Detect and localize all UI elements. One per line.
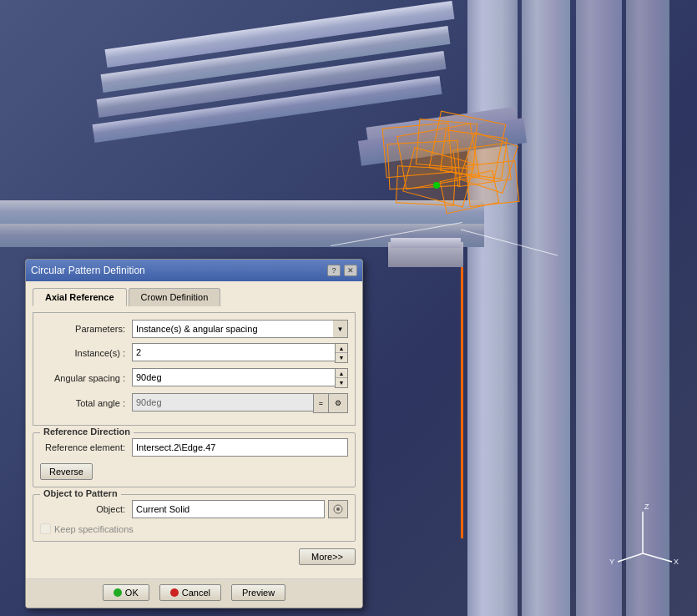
object-label: Object:	[40, 504, 132, 514]
tab-content-axial: Parameters: Instance(s) & angular spacin…	[33, 312, 356, 426]
total-angle-input-wrapper: = ⚙	[132, 393, 348, 413]
cancel-icon	[170, 588, 179, 597]
ok-button[interactable]: OK	[103, 584, 149, 601]
ok-label: OK	[125, 588, 139, 598]
parameters-label: Parameters:	[40, 324, 132, 334]
svg-text:Y: Y	[609, 558, 614, 566]
tab-crown-definition[interactable]: Crown Definition	[129, 288, 221, 306]
object-input[interactable]	[132, 500, 325, 518]
more-button[interactable]: More>>	[299, 548, 356, 565]
angular-spacing-increment[interactable]: ▲	[336, 369, 347, 378]
svg-line-2	[643, 553, 672, 562]
instances-spinner: ▲ ▼	[335, 343, 348, 363]
preview-label: Preview	[242, 588, 275, 598]
angular-spacing-input[interactable]	[132, 368, 335, 386]
tab-bar: Axial Reference Crown Definition	[33, 288, 356, 306]
reference-direction-label: Reference Direction	[40, 427, 134, 437]
svg-text:Z: Z	[644, 502, 649, 511]
angular-spacing-label: Angular spacing :	[40, 373, 132, 383]
compass-widget: Z X Y	[605, 499, 680, 574]
angular-spacing-decrement[interactable]: ▼	[336, 378, 347, 387]
instances-label: Instance(s) :	[40, 348, 132, 358]
dialog-content: Axial Reference Crown Definition Paramet…	[26, 281, 362, 578]
svg-text:X: X	[674, 558, 679, 566]
tab-axial-reference[interactable]: Axial Reference	[33, 288, 127, 306]
total-angle-input	[132, 393, 313, 412]
angular-spacing-input-wrapper: ▲ ▼	[132, 368, 348, 388]
total-angle-row: Total angle : = ⚙	[40, 393, 348, 413]
reference-element-input[interactable]	[132, 438, 348, 457]
instances-increment[interactable]: ▲	[336, 344, 347, 353]
cancel-label: Cancel	[182, 588, 210, 598]
select-icon	[332, 503, 344, 515]
cancel-button[interactable]: Cancel	[159, 584, 221, 601]
total-angle-label: Total angle :	[40, 398, 132, 408]
dialog-title: Circular Pattern Definition	[31, 265, 145, 276]
more-row: More>>	[33, 548, 356, 565]
object-input-wrapper	[132, 500, 348, 518]
parameters-row: Parameters: Instance(s) & angular spacin…	[40, 320, 348, 338]
angular-spacing-row: Angular spacing : ▲ ▼	[40, 368, 348, 388]
keep-specifications-row: Keep specifications	[40, 523, 348, 534]
svg-point-7	[336, 507, 340, 511]
instances-input[interactable]	[132, 343, 335, 361]
object-to-pattern-label: Object to Pattern	[40, 488, 121, 498]
dialog-close-button[interactable]: ✕	[344, 265, 357, 276]
total-angle-formula-btn[interactable]: =	[314, 394, 329, 412]
keep-specifications-checkbox	[40, 523, 51, 534]
angular-spacing-spinner: ▲ ▼	[335, 368, 348, 388]
parameters-select[interactable]: Instance(s) & angular spacingInstance(s)…	[132, 320, 348, 338]
dialog-help-button[interactable]: ?	[327, 265, 341, 276]
dialog-titlebar: Circular Pattern Definition ? ✕	[26, 260, 362, 281]
reverse-button[interactable]: Reverse	[40, 463, 93, 480]
svg-line-4	[618, 553, 643, 562]
object-to-pattern-section: Object to Pattern Object: Keep specifica…	[33, 494, 356, 542]
dialog-bottom-buttons: OK Cancel Preview	[26, 578, 362, 608]
object-select-button[interactable]	[328, 500, 348, 518]
dialog-title-buttons: ? ✕	[327, 265, 357, 276]
circular-pattern-dialog: Circular Pattern Definition ? ✕ Axial Re…	[25, 259, 363, 608]
keep-specifications-label: Keep specifications	[54, 524, 134, 534]
total-angle-icon-btn[interactable]: ⚙	[329, 394, 347, 412]
parameters-dropdown-wrapper: Instance(s) & angular spacingInstance(s)…	[132, 320, 348, 338]
instances-decrement[interactable]: ▼	[336, 353, 347, 362]
reference-element-label: Reference element:	[40, 442, 132, 452]
instances-row: Instance(s) : ▲ ▼	[40, 343, 348, 363]
reference-direction-section: Reference Direction Reference element: R…	[33, 432, 356, 487]
preview-button[interactable]: Preview	[231, 584, 285, 601]
instances-input-wrapper: ▲ ▼	[132, 343, 348, 363]
object-row: Object:	[40, 500, 348, 518]
reference-element-row: Reference element:	[40, 438, 348, 457]
ok-icon	[114, 588, 122, 597]
total-angle-buttons: = ⚙	[313, 393, 348, 413]
